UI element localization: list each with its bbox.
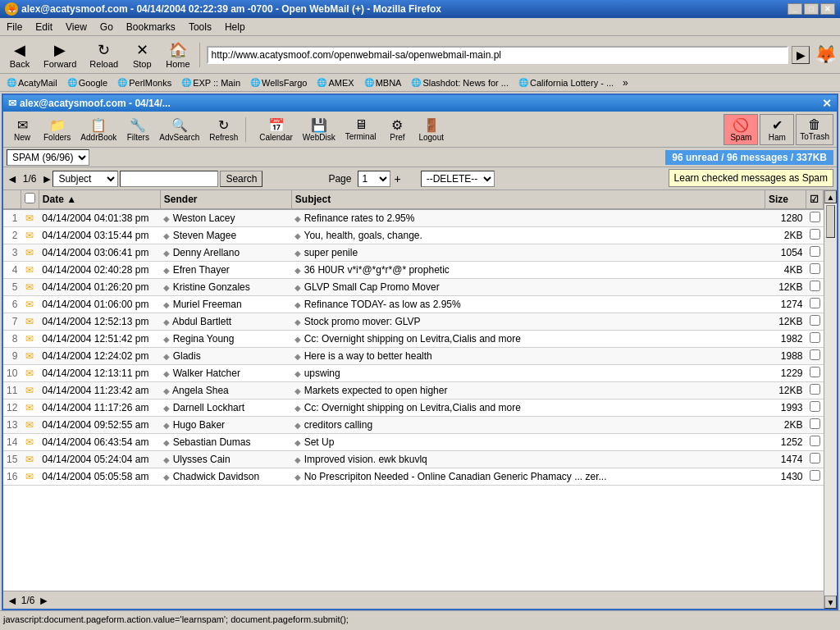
check-cell[interactable] [806, 209, 824, 227]
minimize-button[interactable]: _ [788, 3, 802, 15]
table-row[interactable]: 16 ✉ 04/14/2004 05:05:58 am ◆ Chadwick D… [3, 468, 824, 486]
table-row[interactable]: 5 ✉ 04/14/2004 01:26:20 pm ◆ Kristine Go… [3, 279, 824, 296]
check-cell[interactable] [806, 365, 824, 382]
date-cell[interactable]: 04/14/2004 11:17:26 am [39, 399, 160, 417]
spam-button[interactable]: 🚫 Spam [724, 114, 758, 145]
subject-cell[interactable]: ◆ upswing [291, 365, 765, 382]
subject-cell[interactable]: ◆ Refinance rates to 2.95% [291, 209, 765, 227]
subject-cell[interactable]: ◆ Cc: Overnight shipping on Levitra,Cial… [291, 331, 765, 348]
go-button[interactable]: ▶ [792, 46, 810, 64]
row-checkbox[interactable] [810, 436, 820, 446]
email-table-container[interactable]: Date ▲ Sender Subject Size [3, 190, 824, 591]
bottom-prev-button[interactable]: ◄ [7, 594, 18, 607]
subject-cell[interactable]: ◆ Set Up [291, 434, 765, 451]
subject-cell[interactable]: ◆ No Prescripiton Needed - Online Canadi… [291, 468, 765, 486]
table-row[interactable]: 7 ✉ 04/14/2004 12:52:13 pm ◆ Abdul Bartl… [3, 313, 824, 331]
date-cell[interactable]: 04/14/2004 02:40:28 pm [39, 262, 160, 279]
home-button[interactable]: 🏠 Home [160, 39, 195, 71]
sender-cell[interactable]: ◆ Regina Young [160, 331, 291, 348]
menu-help[interactable]: Help [221, 20, 249, 34]
row-checkbox[interactable] [810, 470, 820, 481]
totrash-button[interactable]: 🗑 ToTrash [796, 114, 833, 145]
address-input[interactable] [207, 46, 788, 64]
check-cell[interactable] [806, 313, 824, 331]
row-checkbox[interactable] [810, 332, 820, 343]
check-cell[interactable] [806, 382, 824, 399]
scroll-thumb[interactable] [826, 205, 835, 238]
menu-view[interactable]: View [62, 20, 90, 34]
menu-edit[interactable]: Edit [32, 20, 56, 34]
search-input[interactable] [120, 171, 218, 187]
bookmark-wellsfargo[interactable]: 🌐 WellsFargo [247, 77, 310, 89]
row-checkbox[interactable] [810, 384, 820, 395]
maximize-button[interactable]: □ [804, 3, 819, 15]
row-checkbox[interactable] [810, 367, 820, 377]
sender-cell[interactable]: ◆ Kristine Gonzales [160, 279, 291, 296]
row-checkbox[interactable] [810, 315, 820, 326]
sender-cell[interactable]: ◆ Steven Magee [160, 227, 291, 244]
table-row[interactable]: 12 ✉ 04/14/2004 11:17:26 am ◆ Darnell Lo… [3, 399, 824, 417]
check-cell[interactable] [806, 262, 824, 279]
menu-tools[interactable]: Tools [185, 20, 215, 34]
row-checkbox[interactable] [810, 263, 820, 274]
date-cell[interactable]: 04/14/2004 09:52:55 am [39, 417, 160, 434]
bookmark-acatymail[interactable]: 🌐 AcatyMail [3, 77, 61, 89]
select-all-checkbox[interactable] [25, 193, 35, 203]
date-cell[interactable]: 04/14/2004 05:05:58 am [39, 468, 160, 486]
table-row[interactable]: 6 ✉ 04/14/2004 01:06:00 pm ◆ Muriel Free… [3, 296, 824, 313]
date-cell[interactable]: 04/14/2004 05:24:04 am [39, 451, 160, 468]
subject-cell[interactable]: ◆ Here is a way to better health [291, 348, 765, 365]
th-sender[interactable]: Sender [160, 190, 291, 209]
date-cell[interactable]: 04/14/2004 03:15:44 pm [39, 227, 160, 244]
bookmark-amex[interactable]: 🌐 AMEX [313, 77, 357, 89]
date-cell[interactable]: 04/14/2004 04:01:38 pm [39, 209, 160, 227]
menu-go[interactable]: Go [97, 20, 116, 34]
sender-cell[interactable]: ◆ Efren Thayer [160, 262, 291, 279]
pref-button[interactable]: ⚙ Pref [381, 114, 413, 145]
new-button[interactable]: ✉ New [7, 114, 38, 145]
subject-cell[interactable]: ◆ Markets expected to open higher [291, 382, 765, 399]
scroll-track[interactable] [824, 203, 837, 596]
next-page-button[interactable]: ► [42, 172, 53, 185]
check-cell[interactable] [806, 296, 824, 313]
bookmark-lottery[interactable]: 🌐 California Lottery - ... [515, 77, 617, 89]
stop-button[interactable]: ✕ Stop [126, 39, 158, 71]
webmail-close-button[interactable]: ✕ [822, 97, 832, 110]
forward-button[interactable]: ▶ Forward [38, 39, 82, 71]
menu-file[interactable]: File [3, 20, 25, 34]
date-cell[interactable]: 04/14/2004 06:43:54 am [39, 434, 160, 451]
row-checkbox[interactable] [810, 212, 820, 222]
table-row[interactable]: 10 ✉ 04/14/2004 12:13:11 pm ◆ Walker Hat… [3, 365, 824, 382]
advsearch-button[interactable]: 🔍 AdvSearch [155, 114, 203, 145]
sender-cell[interactable]: ◆ Sebastian Dumas [160, 434, 291, 451]
check-cell[interactable] [806, 417, 824, 434]
prev-page-button[interactable]: ◄ [7, 172, 18, 185]
sender-cell[interactable]: ◆ Muriel Freeman [160, 296, 291, 313]
row-checkbox[interactable] [810, 298, 820, 308]
search-button[interactable]: Search [220, 171, 262, 187]
row-checkbox[interactable] [810, 453, 820, 463]
date-cell[interactable]: 04/14/2004 01:06:00 pm [39, 296, 160, 313]
page-plus-button[interactable]: + [394, 172, 400, 185]
scroll-up-button[interactable]: ▲ [824, 190, 837, 203]
subject-cell[interactable]: ◆ 36 H0UR v*i*@*g*r*@* prophetic [291, 262, 765, 279]
sender-cell[interactable]: ◆ Darnell Lockhart [160, 399, 291, 417]
check-cell[interactable] [806, 227, 824, 244]
check-cell[interactable] [806, 399, 824, 417]
sender-cell[interactable]: ◆ Denny Arellano [160, 244, 291, 262]
check-cell[interactable] [806, 451, 824, 468]
check-cell[interactable] [806, 468, 824, 486]
bottom-next-button[interactable]: ► [39, 594, 50, 607]
date-cell[interactable]: 04/14/2004 12:13:11 pm [39, 365, 160, 382]
subject-cell[interactable]: ◆ Cc: Overnight shipping on Levitra,Cial… [291, 399, 765, 417]
bookmark-mbna[interactable]: 🌐 MBNA [361, 77, 405, 89]
filters-button[interactable]: 🔧 Filters [122, 114, 153, 145]
sender-cell[interactable]: ◆ Abdul Bartlett [160, 313, 291, 331]
bookmark-exp[interactable]: 🌐 EXP :: Main [178, 77, 244, 89]
row-checkbox[interactable] [810, 401, 820, 412]
search-type-select[interactable]: Subject [52, 171, 118, 187]
webdisk-button[interactable]: 💾 WebDisk [299, 114, 340, 145]
table-row[interactable]: 3 ✉ 04/14/2004 03:06:41 pm ◆ Denny Arell… [3, 244, 824, 262]
table-row[interactable]: 14 ✉ 04/14/2004 06:43:54 am ◆ Sebastian … [3, 434, 824, 451]
row-checkbox[interactable] [810, 246, 820, 257]
